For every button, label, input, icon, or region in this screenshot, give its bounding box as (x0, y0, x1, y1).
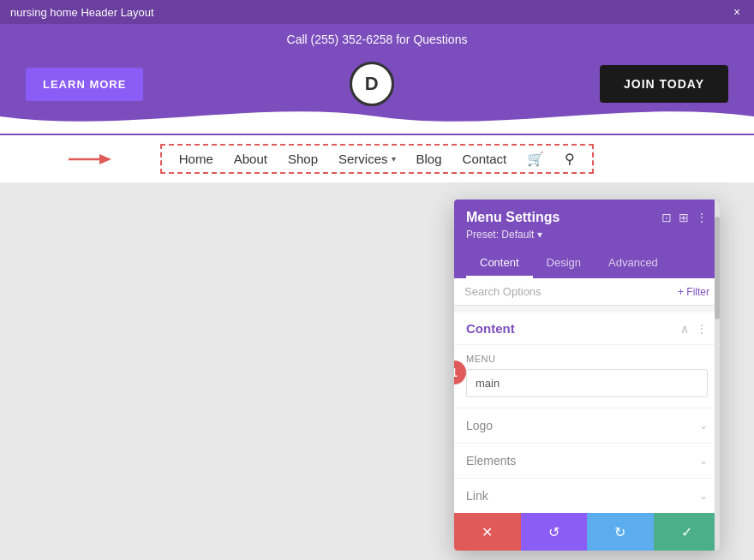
nav-area: Home About Shop Services ▾ Blog Contact … (0, 135, 754, 182)
phone-bar: Call (255) 352-6258 for Questions (0, 24, 754, 55)
section-header: Content ∧ ⋮ (454, 313, 720, 345)
cart-icon[interactable]: 🛒 (527, 151, 544, 167)
panel-body: Search Options + Filter Content ∧ ⋮ 1 Me… (454, 278, 720, 513)
elements-collapsible[interactable]: Elements ⌄ (454, 443, 720, 478)
scroll-track (715, 200, 720, 551)
title-bar-text: nursing home Header Layout (10, 6, 154, 19)
collapse-icon[interactable]: ∧ (680, 322, 689, 336)
close-icon[interactable]: × (730, 5, 744, 19)
search-placeholder[interactable]: Search Options (464, 285, 542, 298)
canvas-area: Call (255) 352-6258 for Questions LEARN … (0, 24, 754, 560)
panel-header: Menu Settings ⊡ ⊞ ⋮ Preset: Default ▾ Co… (454, 200, 720, 278)
link-chevron-icon: ⌄ (699, 490, 708, 502)
reset-button[interactable]: ↺ (521, 513, 588, 551)
title-bar: nursing home Header Layout × (0, 0, 754, 24)
svg-marker-1 (99, 154, 111, 164)
top-banner: Call (255) 352-6258 for Questions LEARN … (0, 24, 754, 135)
logo-chevron-icon: ⌄ (699, 420, 708, 432)
elements-label: Elements (466, 454, 516, 468)
search-icon[interactable]: ⚲ (565, 151, 575, 167)
grid-icon[interactable]: ⊞ (679, 211, 689, 224)
action-bar: ✕ ↺ ↻ ✓ (454, 513, 720, 551)
menu-select[interactable]: main (466, 369, 708, 397)
scroll-thumb[interactable] (715, 217, 720, 319)
preset-text: Preset: Default (466, 229, 534, 241)
link-collapsible[interactable]: Link ⌄ (454, 478, 720, 513)
phone-text: Call (255) 352-6258 for Questions (287, 33, 468, 46)
panel-preset[interactable]: Preset: Default ▾ (466, 229, 708, 241)
expand-icon[interactable]: ⊡ (661, 211, 672, 224)
logo-label: Logo (466, 419, 493, 432)
section-controls: ∧ ⋮ (680, 322, 708, 336)
search-row: Search Options + Filter (454, 278, 720, 306)
filter-button[interactable]: + Filter (678, 286, 709, 298)
learn-more-button[interactable]: LEARN MORE (26, 68, 143, 101)
elements-chevron-icon: ⌄ (699, 455, 708, 467)
panel-title-icons: ⊡ ⊞ ⋮ (661, 211, 708, 224)
content-section: Content ∧ ⋮ 1 Menu main (454, 313, 720, 408)
panel-title: Menu Settings (466, 210, 560, 225)
nav-blog[interactable]: Blog (416, 152, 442, 166)
menu-field-label: Menu (466, 354, 708, 364)
preset-arrow: ▾ (537, 229, 542, 241)
logo-collapsible[interactable]: Logo ⌄ (454, 408, 720, 443)
cancel-button[interactable]: ✕ (454, 513, 521, 551)
nav-shop[interactable]: Shop (288, 152, 318, 166)
logo-letter: D (365, 73, 379, 95)
settings-panel: Menu Settings ⊡ ⊞ ⋮ Preset: Default ▾ Co… (454, 200, 720, 551)
nav-about[interactable]: About (234, 152, 267, 166)
menu-dots-icon[interactable]: ⋮ (696, 322, 708, 336)
wave-decoration (0, 99, 754, 135)
nav-contact[interactable]: Contact (463, 152, 507, 166)
nav-menu: Home About Shop Services ▾ Blog Contact … (160, 144, 595, 174)
section-title: Content (466, 321, 515, 336)
tab-content[interactable]: Content (466, 249, 533, 278)
nav-home[interactable]: Home (179, 152, 213, 166)
tab-advanced[interactable]: Advanced (595, 249, 672, 278)
menu-field-area: 1 Menu main (454, 345, 720, 408)
nav-arrow (69, 151, 111, 168)
tab-design[interactable]: Design (533, 249, 595, 278)
redo-button[interactable]: ↻ (587, 513, 654, 551)
badge-1: 1 (454, 360, 466, 384)
more-icon[interactable]: ⋮ (696, 211, 708, 224)
nav-services[interactable]: Services ▾ (338, 152, 396, 166)
panel-tabs: Content Design Advanced (466, 249, 708, 278)
confirm-button[interactable]: ✓ (654, 513, 721, 551)
link-label: Link (466, 489, 488, 503)
panel-title-row: Menu Settings ⊡ ⊞ ⋮ (466, 210, 708, 225)
join-today-button[interactable]: JOIN TODAY (600, 65, 728, 103)
